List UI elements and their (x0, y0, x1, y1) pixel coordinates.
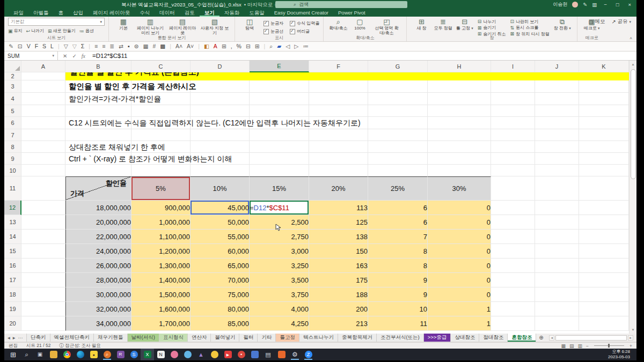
cell[interactable] (535, 129, 579, 141)
zoom-to-selection-button[interactable]: ◰선택 영역 확대/축소 (370, 18, 402, 36)
prev-sheet-icon[interactable]: ◂ (8, 335, 10, 341)
cell-value[interactable]: 1 (428, 316, 491, 331)
exit-button[interactable]: ↩나가기 (26, 28, 45, 34)
cell-value[interactable]: 6 (368, 215, 428, 230)
cell-value[interactable]: 75,000 (191, 287, 250, 302)
sheet-tab[interactable]: 상대참조 (451, 334, 479, 342)
row-header[interactable]: 17 (4, 273, 21, 287)
cell[interactable] (21, 215, 65, 230)
cell-value[interactable]: 163 (309, 258, 368, 273)
row-header[interactable]: 20 (4, 316, 21, 331)
qat-icon[interactable]: | (198, 43, 200, 49)
cell-value[interactable]: 80,000 (191, 302, 250, 316)
split-button[interactable]: ⊟나누기 (478, 19, 506, 25)
cell[interactable] (579, 117, 629, 129)
cell[interactable] (368, 105, 428, 117)
cell[interactable] (579, 201, 629, 215)
row-header[interactable]: 18 (4, 287, 21, 302)
row-header[interactable]: 3 (4, 80, 21, 93)
cell[interactable] (250, 105, 309, 117)
cell-value[interactable]: 138 (309, 230, 368, 244)
sheet-tab[interactable]: 텍스트나누기 (299, 334, 338, 342)
cell[interactable] (309, 80, 368, 93)
cell-value[interactable]: 213 (309, 316, 368, 331)
cell[interactable] (491, 201, 535, 215)
qat-icon[interactable]: A (214, 43, 217, 49)
col-header-H[interactable]: H (428, 61, 491, 72)
col-header-A[interactable]: A (21, 61, 65, 72)
cell[interactable] (535, 273, 579, 287)
cell-value[interactable]: 0 (428, 244, 491, 258)
taskbar-icon[interactable]: X (141, 349, 154, 360)
qat-icon[interactable]: A˅ (187, 43, 194, 49)
qat-icon[interactable]: S (42, 43, 46, 49)
taskbar-icon[interactable]: ▤ (261, 349, 275, 360)
cell[interactable] (491, 129, 535, 141)
cell-value[interactable]: 175 (309, 273, 368, 287)
row-header[interactable]: 14 (4, 230, 21, 244)
qat-icon[interactable]: ▪ (128, 43, 130, 49)
cell[interactable] (191, 165, 250, 176)
select-all-corner[interactable] (4, 61, 21, 72)
row-header[interactable]: 10 (4, 165, 21, 176)
cell-G11-rate[interactable]: 25% (368, 176, 428, 201)
qat-icon[interactable]: | (58, 43, 60, 49)
cell[interactable] (491, 287, 535, 302)
cell-price[interactable]: 24,000,000 (65, 244, 131, 258)
ribbon-tab[interactable]: 검토 (180, 9, 200, 17)
sheet-count[interactable]: 시트 21 / 52 (26, 343, 50, 349)
cell[interactable] (250, 72, 309, 80)
qat-icon[interactable]: ▷ (294, 43, 298, 49)
cell[interactable] (579, 93, 629, 105)
cell[interactable] (131, 153, 191, 165)
cell[interactable] (21, 129, 65, 141)
taskbar-icon[interactable]: S (127, 349, 141, 360)
qat-icon[interactable]: ⊞ (222, 43, 226, 49)
cell[interactable] (428, 80, 491, 93)
new-sheet-icon[interactable]: ⊕ (536, 334, 546, 342)
taskbar-icon[interactable]: ▣ (33, 349, 47, 360)
zoom-slider[interactable] (594, 345, 624, 346)
cell[interactable] (491, 230, 535, 244)
taskbar-icon[interactable]: ⌕ (100, 349, 114, 360)
qat-icon[interactable]: , (231, 43, 232, 49)
qat-icon[interactable]: ▩ (160, 43, 165, 49)
cell[interactable] (191, 80, 250, 93)
taskbar-icon[interactable] (275, 349, 288, 360)
cell[interactable] (535, 176, 579, 201)
qat-icon[interactable]: ⊡ (18, 43, 23, 49)
cell[interactable] (309, 105, 368, 117)
col-header-K[interactable]: K (579, 61, 629, 72)
cell-value[interactable]: 10 (368, 302, 428, 316)
cell[interactable] (579, 80, 629, 93)
qat-icon[interactable]: % (237, 43, 241, 49)
cell-value[interactable]: 1,200,000 (131, 244, 191, 258)
taskbar-icon[interactable] (167, 349, 181, 360)
cell[interactable] (579, 141, 629, 153)
share-button[interactable]: ↗공유▾ (612, 18, 631, 25)
corner-cell-B11[interactable]: 할인율 가격 (65, 176, 131, 201)
switch-windows-button[interactable]: ⧉창 전환 ▾ (552, 18, 573, 32)
cell[interactable] (65, 129, 131, 141)
cell[interactable] (579, 72, 629, 80)
collapse-ribbon-icon[interactable]: ˄ (630, 36, 632, 41)
insert-function-icon[interactable]: fx (82, 53, 85, 59)
qat-icon[interactable]: F (35, 43, 38, 49)
row-header[interactable]: 9 (4, 153, 21, 165)
cell-F11-rate[interactable]: 20% (309, 176, 368, 201)
col-header-B[interactable]: B (65, 61, 131, 72)
cell-value[interactable]: 3,500 (250, 273, 309, 287)
cell[interactable] (535, 302, 579, 316)
cell[interactable] (579, 153, 629, 165)
cell[interactable] (21, 302, 65, 316)
cell-D11-rate[interactable]: 10% (191, 176, 250, 201)
cell[interactable] (579, 165, 629, 176)
cell[interactable] (368, 141, 428, 153)
enter-icon[interactable]: ✓ (72, 53, 76, 59)
taskbar-icon[interactable]: R (114, 349, 127, 360)
qat-icon[interactable]: Σ (81, 43, 85, 49)
cell[interactable] (368, 129, 428, 141)
name-box[interactable]: SUM▾ (4, 51, 58, 60)
cell[interactable] (428, 153, 491, 165)
zoom-out-icon[interactable]: − (586, 343, 589, 349)
